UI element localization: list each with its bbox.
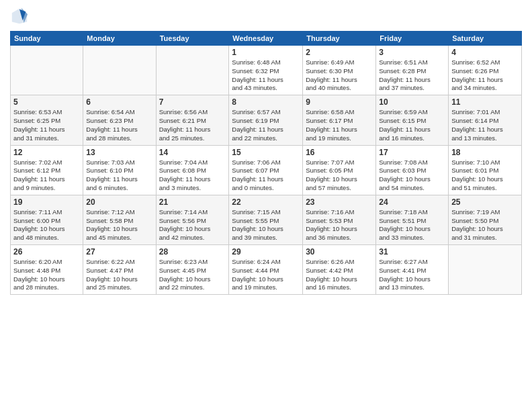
calendar-cell: 31Sunrise: 6:27 AM Sunset: 4:41 PM Dayli… bbox=[376, 245, 449, 295]
calendar-cell: 17Sunrise: 7:08 AM Sunset: 6:03 PM Dayli… bbox=[376, 145, 449, 195]
calendar-cell: 9Sunrise: 6:58 AM Sunset: 6:17 PM Daylig… bbox=[303, 95, 376, 145]
calendar-cell: 23Sunrise: 7:16 AM Sunset: 5:53 PM Dayli… bbox=[303, 195, 376, 244]
calendar-week-5: 26Sunrise: 6:20 AM Sunset: 4:48 PM Dayli… bbox=[11, 245, 522, 295]
day-number: 11 bbox=[451, 97, 519, 107]
day-info: Sunrise: 6:53 AM Sunset: 6:25 PM Dayligh… bbox=[13, 108, 80, 142]
day-info: Sunrise: 6:20 AM Sunset: 4:48 PM Dayligh… bbox=[13, 258, 80, 292]
col-header-tuesday: Tuesday bbox=[156, 32, 229, 46]
calendar-cell: 29Sunrise: 6:24 AM Sunset: 4:44 PM Dayli… bbox=[229, 245, 303, 295]
day-info: Sunrise: 6:22 AM Sunset: 4:47 PM Dayligh… bbox=[86, 258, 152, 292]
calendar-cell: 11Sunrise: 7:01 AM Sunset: 6:14 PM Dayli… bbox=[449, 95, 522, 145]
col-header-sunday: Sunday bbox=[11, 32, 83, 46]
col-header-thursday: Thursday bbox=[303, 32, 376, 46]
calendar-cell: 1Sunrise: 6:48 AM Sunset: 6:32 PM Daylig… bbox=[229, 46, 303, 95]
calendar-cell: 7Sunrise: 6:56 AM Sunset: 6:21 PM Daylig… bbox=[156, 95, 229, 145]
day-info: Sunrise: 7:02 AM Sunset: 6:12 PM Dayligh… bbox=[13, 158, 80, 193]
col-header-wednesday: Wednesday bbox=[229, 32, 303, 46]
day-info: Sunrise: 7:12 AM Sunset: 5:58 PM Dayligh… bbox=[86, 208, 152, 242]
calendar-cell: 27Sunrise: 6:22 AM Sunset: 4:47 PM Dayli… bbox=[83, 245, 156, 295]
calendar-table: SundayMondayTuesdayWednesdayThursdayFrid… bbox=[10, 31, 522, 295]
calendar-cell: 13Sunrise: 7:03 AM Sunset: 6:10 PM Dayli… bbox=[83, 145, 156, 195]
day-number: 30 bbox=[306, 247, 373, 257]
day-number: 18 bbox=[451, 148, 519, 157]
calendar-week-2: 5Sunrise: 6:53 AM Sunset: 6:25 PM Daylig… bbox=[11, 95, 522, 145]
calendar-cell: 19Sunrise: 7:11 AM Sunset: 6:00 PM Dayli… bbox=[11, 195, 83, 244]
day-info: Sunrise: 6:48 AM Sunset: 6:32 PM Dayligh… bbox=[232, 58, 300, 93]
day-number: 6 bbox=[86, 97, 152, 107]
calendar-cell: 18Sunrise: 7:10 AM Sunset: 6:01 PM Dayli… bbox=[449, 145, 522, 195]
day-number: 8 bbox=[232, 97, 300, 107]
day-number: 9 bbox=[306, 97, 373, 107]
day-number: 14 bbox=[159, 148, 226, 157]
day-info: Sunrise: 6:26 AM Sunset: 4:42 PM Dayligh… bbox=[306, 258, 373, 292]
calendar-header-row: SundayMondayTuesdayWednesdayThursdayFrid… bbox=[11, 32, 522, 46]
day-number: 1 bbox=[232, 48, 300, 57]
day-number: 24 bbox=[379, 197, 445, 207]
day-info: Sunrise: 7:11 AM Sunset: 6:00 PM Dayligh… bbox=[13, 208, 80, 242]
day-number: 19 bbox=[13, 197, 80, 207]
day-number: 2 bbox=[306, 48, 373, 57]
calendar-cell: 8Sunrise: 6:57 AM Sunset: 6:19 PM Daylig… bbox=[229, 95, 303, 145]
calendar-cell: 16Sunrise: 7:07 AM Sunset: 6:05 PM Dayli… bbox=[303, 145, 376, 195]
day-number: 22 bbox=[232, 197, 300, 207]
day-number: 16 bbox=[306, 148, 373, 157]
day-info: Sunrise: 6:52 AM Sunset: 6:26 PM Dayligh… bbox=[451, 58, 519, 93]
day-info: Sunrise: 6:58 AM Sunset: 6:17 PM Dayligh… bbox=[306, 108, 373, 142]
calendar-cell: 21Sunrise: 7:14 AM Sunset: 5:56 PM Dayli… bbox=[156, 195, 229, 244]
day-number: 23 bbox=[306, 197, 373, 207]
day-info: Sunrise: 7:10 AM Sunset: 6:01 PM Dayligh… bbox=[451, 158, 519, 193]
page: SundayMondayTuesdayWednesdayThursdayFrid… bbox=[0, 0, 532, 411]
col-header-saturday: Saturday bbox=[449, 32, 522, 46]
calendar-cell: 24Sunrise: 7:18 AM Sunset: 5:51 PM Dayli… bbox=[376, 195, 449, 244]
day-number: 21 bbox=[159, 197, 226, 207]
calendar-cell: 6Sunrise: 6:54 AM Sunset: 6:23 PM Daylig… bbox=[83, 95, 156, 145]
header bbox=[10, 7, 522, 26]
calendar-cell: 28Sunrise: 6:23 AM Sunset: 4:45 PM Dayli… bbox=[156, 245, 229, 295]
day-info: Sunrise: 7:08 AM Sunset: 6:03 PM Dayligh… bbox=[379, 158, 445, 193]
calendar-cell: 20Sunrise: 7:12 AM Sunset: 5:58 PM Dayli… bbox=[83, 195, 156, 244]
col-header-friday: Friday bbox=[376, 32, 449, 46]
logo bbox=[10, 7, 32, 26]
day-number: 29 bbox=[232, 247, 300, 257]
calendar-cell: 15Sunrise: 7:06 AM Sunset: 6:07 PM Dayli… bbox=[229, 145, 303, 195]
calendar-cell: 10Sunrise: 6:59 AM Sunset: 6:15 PM Dayli… bbox=[376, 95, 449, 145]
day-info: Sunrise: 7:07 AM Sunset: 6:05 PM Dayligh… bbox=[306, 158, 373, 193]
calendar-week-3: 12Sunrise: 7:02 AM Sunset: 6:12 PM Dayli… bbox=[11, 145, 522, 195]
calendar-cell bbox=[11, 46, 83, 95]
calendar-week-4: 19Sunrise: 7:11 AM Sunset: 6:00 PM Dayli… bbox=[11, 195, 522, 244]
calendar-cell bbox=[449, 245, 522, 295]
calendar-cell: 14Sunrise: 7:04 AM Sunset: 6:08 PM Dayli… bbox=[156, 145, 229, 195]
day-number: 28 bbox=[159, 247, 226, 257]
day-info: Sunrise: 7:16 AM Sunset: 5:53 PM Dayligh… bbox=[306, 208, 373, 242]
day-info: Sunrise: 6:49 AM Sunset: 6:30 PM Dayligh… bbox=[306, 58, 373, 93]
day-number: 25 bbox=[451, 197, 519, 207]
day-info: Sunrise: 6:27 AM Sunset: 4:41 PM Dayligh… bbox=[379, 258, 445, 292]
day-info: Sunrise: 6:59 AM Sunset: 6:15 PM Dayligh… bbox=[379, 108, 445, 142]
day-info: Sunrise: 7:18 AM Sunset: 5:51 PM Dayligh… bbox=[379, 208, 445, 242]
calendar-cell: 30Sunrise: 6:26 AM Sunset: 4:42 PM Dayli… bbox=[303, 245, 376, 295]
day-number: 26 bbox=[13, 247, 80, 257]
day-info: Sunrise: 6:56 AM Sunset: 6:21 PM Dayligh… bbox=[159, 108, 226, 142]
calendar-cell: 25Sunrise: 7:19 AM Sunset: 5:50 PM Dayli… bbox=[449, 195, 522, 244]
day-number: 17 bbox=[379, 148, 445, 157]
col-header-monday: Monday bbox=[83, 32, 156, 46]
day-info: Sunrise: 6:23 AM Sunset: 4:45 PM Dayligh… bbox=[159, 258, 226, 292]
day-info: Sunrise: 6:54 AM Sunset: 6:23 PM Dayligh… bbox=[86, 108, 152, 142]
calendar-cell bbox=[156, 46, 229, 95]
day-info: Sunrise: 7:14 AM Sunset: 5:56 PM Dayligh… bbox=[159, 208, 226, 242]
day-number: 4 bbox=[451, 48, 519, 57]
calendar-cell: 22Sunrise: 7:15 AM Sunset: 5:55 PM Dayli… bbox=[229, 195, 303, 244]
calendar-cell: 4Sunrise: 6:52 AM Sunset: 6:26 PM Daylig… bbox=[449, 46, 522, 95]
day-info: Sunrise: 6:24 AM Sunset: 4:44 PM Dayligh… bbox=[232, 258, 300, 292]
day-info: Sunrise: 7:01 AM Sunset: 6:14 PM Dayligh… bbox=[451, 108, 519, 142]
calendar-cell: 26Sunrise: 6:20 AM Sunset: 4:48 PM Dayli… bbox=[11, 245, 83, 295]
calendar-week-1: 1Sunrise: 6:48 AM Sunset: 6:32 PM Daylig… bbox=[11, 46, 522, 95]
day-info: Sunrise: 7:19 AM Sunset: 5:50 PM Dayligh… bbox=[451, 208, 519, 242]
day-number: 13 bbox=[86, 148, 152, 157]
day-number: 12 bbox=[13, 148, 80, 157]
calendar-cell: 12Sunrise: 7:02 AM Sunset: 6:12 PM Dayli… bbox=[11, 145, 83, 195]
day-info: Sunrise: 7:06 AM Sunset: 6:07 PM Dayligh… bbox=[232, 158, 300, 193]
day-info: Sunrise: 7:15 AM Sunset: 5:55 PM Dayligh… bbox=[232, 208, 300, 242]
calendar-cell: 3Sunrise: 6:51 AM Sunset: 6:28 PM Daylig… bbox=[376, 46, 449, 95]
logo-icon bbox=[10, 7, 29, 26]
